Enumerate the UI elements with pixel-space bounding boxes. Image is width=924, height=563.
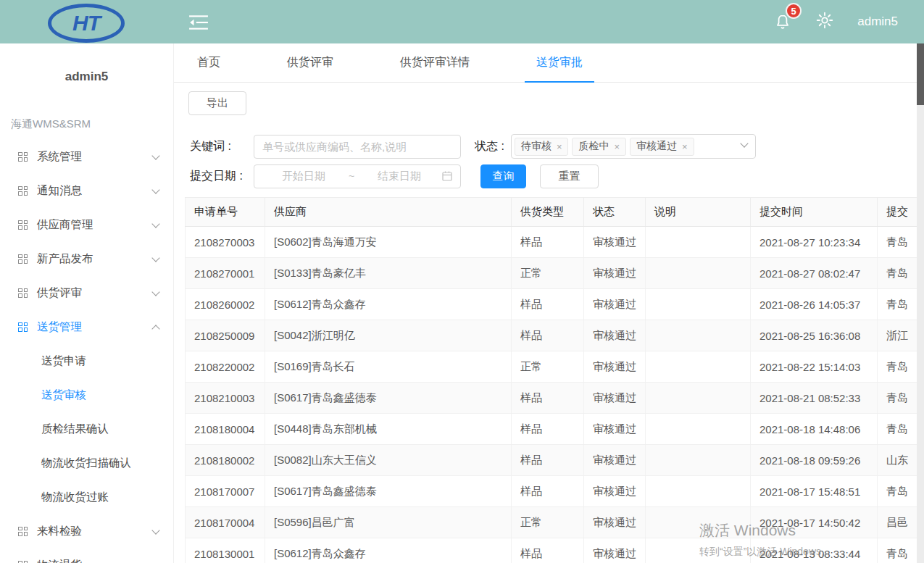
- sidebar-item-7[interactable]: 物流退货: [0, 549, 173, 563]
- table-cell: [646, 507, 751, 538]
- header-username[interactable]: admin5: [857, 14, 898, 29]
- table-row[interactable]: 2108270001[S0133]青岛豪亿丰正常审核通过2021-08-27 0…: [186, 258, 924, 289]
- table-cell: [646, 227, 751, 258]
- sidebar-username: admin5: [0, 70, 173, 84]
- sidebar-item-4[interactable]: 供货评审: [0, 276, 173, 310]
- table-cell: [646, 351, 751, 383]
- table-cell: 样品: [512, 445, 584, 476]
- reset-button[interactable]: 重置: [540, 164, 599, 188]
- export-button[interactable]: 导出: [188, 91, 246, 115]
- table-cell: [646, 320, 751, 351]
- status-select[interactable]: 待审核×质检中×审核通过×: [511, 134, 756, 159]
- sidebar-item-3[interactable]: 新产品发布: [0, 242, 173, 276]
- company-logo[interactable]: HT: [48, 4, 125, 43]
- sidebar-subitem-label: 物流收货过账: [41, 490, 109, 505]
- table-cell: 2108270001: [186, 258, 265, 289]
- sidebar-subitem-0[interactable]: 送货申请: [0, 344, 173, 378]
- column-header-1: 供应商: [265, 198, 512, 227]
- status-label: 状态 :: [475, 139, 504, 154]
- table-cell: 样品: [512, 227, 584, 258]
- table-cell: 样品: [512, 289, 584, 320]
- date-range-picker[interactable]: 开始日期 ~ 结束日期: [254, 164, 461, 188]
- sidebar-subitem-2[interactable]: 质检结果确认: [0, 412, 173, 446]
- table-cell: 审核通过: [584, 258, 646, 289]
- table-cell: 审核通过: [584, 289, 646, 320]
- tab-label: 首页: [197, 55, 220, 70]
- sidebar-item-label: 物流退货: [37, 558, 153, 563]
- sidebar-item-label: 来料检验: [37, 524, 153, 539]
- sidebar-item-2[interactable]: 供应商管理: [0, 208, 173, 242]
- sidebar-subitem-label: 送货申请: [41, 354, 86, 369]
- table-cell: 2108210003: [186, 383, 265, 414]
- sidebar-item-5[interactable]: 送货管理: [0, 310, 173, 344]
- table-cell: [S0602]青岛海通万安: [265, 227, 512, 258]
- sidebar-item-0[interactable]: 系统管理: [0, 140, 173, 174]
- tag-close-icon[interactable]: ×: [557, 141, 562, 152]
- sidebar-item-label: 系统管理: [37, 149, 153, 164]
- sidebar-collapse-button[interactable]: [188, 14, 209, 31]
- table-row[interactable]: 2108260002[S0612]青岛众鑫存样品审核通过2021-08-26 1…: [186, 289, 924, 320]
- column-header-2: 供货类型: [512, 198, 584, 227]
- tab-0[interactable]: 首页: [186, 43, 232, 82]
- sidebar-subitem-4[interactable]: 物流收货过账: [0, 480, 173, 514]
- sidebar-item-label: 送货管理: [37, 320, 153, 335]
- table-cell: 2108220002: [186, 351, 265, 383]
- table-row[interactable]: 2108250009[S0042]浙江明亿样品审核通过2021-08-25 16…: [186, 320, 924, 351]
- tab-1[interactable]: 供货评审: [275, 43, 345, 82]
- column-header-0: 申请单号: [186, 198, 265, 227]
- table-cell: [646, 383, 751, 414]
- table-row[interactable]: 2108270003[S0602]青岛海通万安样品审核通过2021-08-27 …: [186, 227, 924, 258]
- table-cell: 2021-08-21 08:52:33: [751, 383, 878, 414]
- menu-grid-icon: [18, 186, 28, 196]
- sidebar-item-label: 通知消息: [37, 183, 153, 199]
- table-cell: 2108180002: [186, 445, 265, 476]
- menu-grid-icon: [18, 288, 28, 299]
- top-header: 5 admin5: [0, 0, 924, 43]
- table-row[interactable]: 2108130001[S0612]青岛众鑫存样品审核通过2021-08-13 0…: [186, 538, 924, 563]
- table-cell: 审核通过: [584, 227, 646, 258]
- status-tag-0: 待审核×: [515, 138, 569, 156]
- tab-label: 送货审批: [536, 55, 583, 70]
- sidebar-subitem-3[interactable]: 物流收货扫描确认: [0, 446, 173, 480]
- table-cell: [S0133]青岛豪亿丰: [265, 258, 512, 289]
- table-cell: [S0082]山东大王信义: [265, 445, 512, 476]
- table-row[interactable]: 2108170007[S0617]青岛鑫盛德泰样品审核通过2021-08-17 …: [186, 476, 924, 507]
- tag-close-icon[interactable]: ×: [614, 141, 620, 152]
- table-cell: [646, 258, 751, 289]
- table-cell: 2021-08-18 09:59:26: [751, 445, 878, 476]
- sidebar-subitem-1[interactable]: 送货审核: [0, 378, 173, 412]
- table-cell: 2108170004: [186, 507, 265, 538]
- tag-close-icon[interactable]: ×: [682, 141, 688, 152]
- table-cell: 2021-08-18 14:48:06: [751, 414, 878, 445]
- sidebar-subitem-label: 送货审核: [41, 388, 86, 403]
- keyword-input[interactable]: [254, 135, 461, 159]
- sidebar-item-6[interactable]: 来料检验: [0, 514, 173, 549]
- chevron-down-icon: [151, 151, 159, 159]
- scrollbar-thumb[interactable]: [917, 43, 924, 105]
- vertical-scrollbar[interactable]: [917, 43, 924, 563]
- table-cell: 2108180004: [186, 414, 265, 445]
- settings-button[interactable]: [815, 11, 834, 33]
- table-row[interactable]: 2108220002[S0169]青岛长石正常审核通过2021-08-22 15…: [186, 351, 924, 383]
- sidebar-item-1[interactable]: 通知消息: [0, 174, 173, 208]
- tab-3[interactable]: 送货审批: [525, 43, 594, 82]
- table-cell: 样品: [512, 320, 584, 351]
- keyword-label: 关键词 :: [190, 139, 254, 154]
- table-row[interactable]: 2108210003[S0617]青岛鑫盛德泰样品审核通过2021-08-21 …: [186, 383, 924, 414]
- table-cell: 样品: [512, 476, 584, 507]
- notifications-button[interactable]: 5: [773, 12, 792, 31]
- table-row[interactable]: 2108180004[S0448]青岛东部机械样品审核通过2021-08-18 …: [186, 414, 924, 445]
- table-row[interactable]: 2108180002[S0082]山东大王信义样品审核通过2021-08-18 …: [186, 445, 924, 476]
- menu-grid-icon: [18, 527, 28, 537]
- table-row[interactable]: 2108170004[S0596]昌邑广富正常审核通过2021-08-17 14…: [186, 507, 924, 538]
- end-date-placeholder: 结束日期: [357, 170, 441, 183]
- tab-2[interactable]: 供货评审详情: [388, 43, 481, 82]
- system-title: 海通WMS&SRM: [11, 117, 91, 131]
- status-tag-1: 质检中×: [572, 138, 626, 156]
- table-cell: 2108270003: [186, 227, 265, 258]
- table-cell: [S0042]浙江明亿: [265, 320, 512, 351]
- search-button[interactable]: 查询: [480, 164, 526, 188]
- table-cell: [646, 445, 751, 476]
- calendar-icon: [441, 170, 453, 182]
- gear-icon: [815, 11, 834, 30]
